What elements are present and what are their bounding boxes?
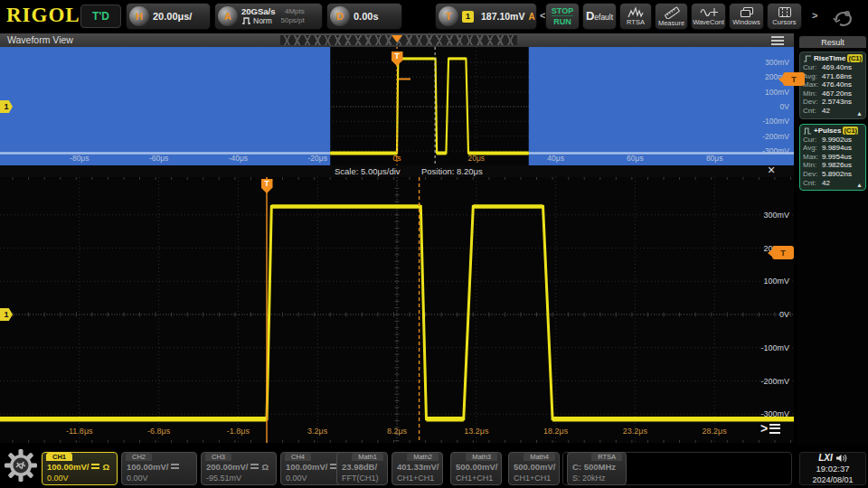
plot-menu-icon[interactable]: > [760, 422, 780, 435]
channel-box-ch2[interactable]: CH2100.00mV/0.00V [121, 452, 197, 485]
trigger-sweep-mode: A [528, 12, 534, 22]
ruler-icon [664, 6, 680, 19]
trigger-button[interactable]: T 1 187.10mV A [435, 3, 537, 30]
delay-button[interactable]: D 0.00s [326, 3, 402, 30]
a-knob-icon: A [218, 6, 238, 26]
measurement-icon [803, 127, 812, 135]
horizontal-timebase-button[interactable]: H 20.00μs/ [126, 3, 211, 30]
time-axis-label: -40μs [229, 154, 248, 163]
cursors-icon [778, 6, 792, 18]
trigger-status-badge: T'D [80, 5, 121, 28]
impedance-icon: Ω [261, 461, 269, 473]
masked-region [0, 47, 330, 165]
channel-box-ch3-offset: -95.51mV [206, 473, 271, 483]
windows-button[interactable]: Windows [729, 3, 764, 30]
trigger-source-badge: 1 [462, 11, 474, 23]
cursors-button[interactable]: Cursors [767, 3, 802, 30]
channel-box-ch2-tab: CH2 [126, 453, 152, 461]
channel-status-bar: CH1100.00mV/Ω0.00VCH2100.00mV/0.00VCH320… [0, 445, 868, 488]
wave-move-icon [700, 6, 718, 18]
math-box-math1[interactable]: Math123.98dB/FFT(CH1) [336, 452, 388, 485]
collapse-arrow-icon[interactable]: ▲ [856, 110, 863, 117]
measure-button[interactable]: Measure [655, 3, 688, 30]
math-box-math2-offset: CH1+CH1 [397, 473, 438, 483]
measurement-card-Pulses[interactable]: +Pulses(C1)Cur:9.9902usAvg:9.9894usMax:9… [799, 124, 866, 192]
trigger-position-indicator-icon[interactable] [392, 35, 402, 42]
collapse-arrow-icon[interactable]: ▲ [856, 182, 863, 188]
overview-waveform-plot[interactable]: -80μs-60μs-40μs-20μs0s20μs40μs60μs80μs30… [0, 47, 794, 165]
measurement-card-RiseTime[interactable]: RiseTime(C1)Cur:469.40nsAvg:471.68nsMax:… [799, 52, 866, 119]
measurement-row: Cnt:42 [803, 179, 863, 188]
channel-box-ch1-scale: 100.00mV/Ω [47, 461, 112, 473]
measurement-row: Dev:5.8902ns [803, 170, 863, 179]
acq-mode: Norm [253, 16, 272, 25]
d-knob-icon: D [330, 6, 350, 26]
view-menu-icon[interactable] [771, 36, 784, 45]
math-box-math4-tab: Math4 [524, 453, 555, 461]
time-axis-label: -60μs [149, 154, 168, 163]
cursors-label: Cursors [772, 19, 796, 26]
t-knob-icon: T [439, 6, 458, 26]
masked-region [529, 47, 794, 165]
stop-label: STOP [552, 6, 573, 16]
settings-gear-icon[interactable] [4, 448, 38, 483]
measurement-row: Avg:471.68ns [803, 72, 863, 81]
system-date: 2024/08/01 [812, 474, 853, 485]
time-axis-label: 18.2μs [543, 427, 569, 436]
screen-capture-icon[interactable] [825, 5, 861, 29]
measurement-row: Avg:9.9894us [803, 144, 863, 153]
dc-coupling-icon [91, 464, 99, 470]
math-box-math4[interactable]: Math4500.00mV/CH1+CH1 [508, 452, 560, 485]
wavecont-label: WaveCont [693, 19, 724, 26]
volt-axis-label: -100mV [760, 343, 789, 352]
volt-axis-label: -200mV [762, 132, 789, 141]
time-axis-label: 60μs [627, 154, 644, 163]
close-zoom-icon[interactable]: × [768, 163, 775, 177]
wavecont-button[interactable]: WaveCont [691, 3, 726, 30]
acquisition-button[interactable]: A 20GSa/s Norm 4Mpts 50ps/pt [214, 3, 323, 30]
time-axis-label: 20μs [467, 154, 485, 163]
trigger-level-tag[interactable]: T [783, 72, 805, 86]
rtsa-box[interactable]: RTSAC: 500MHzS: 20kHz [567, 452, 627, 485]
math-box-math3[interactable]: Math3500.00mV/CH1+CH1 [450, 452, 502, 485]
zoom-waveform-plot[interactable]: > -11.8μs-6.8μs-1.8μs3.2μs8.2μs13.2μs18.… [0, 177, 794, 443]
run-label: RUN [553, 17, 571, 26]
measurement-row: Dev:2.5743ns [803, 98, 863, 107]
volt-axis-label: -200mV [760, 377, 789, 386]
lxi-logo: LXI [818, 453, 833, 464]
default-button[interactable]: Default [582, 3, 617, 30]
trigger-level-tag[interactable]: T [772, 246, 794, 259]
zoom-svg: -11.8μs-6.8μs-1.8μs3.2μs8.2μs13.2μs18.2μ… [0, 177, 794, 443]
time-axis-label: -1.8μs [227, 427, 250, 436]
math-box-math2[interactable]: Math2401.33mV/CH1+CH1 [392, 452, 443, 485]
windows-icon [740, 6, 754, 18]
volt-axis-label: -100mV [762, 117, 789, 126]
square-wave-icon [241, 17, 251, 24]
rtsa-label: RTSA [627, 19, 645, 26]
toolbar-scroll-right[interactable]: > [812, 10, 817, 21]
measurement-row: Cnt:42 [803, 107, 863, 116]
rtsa-box-offset: S: 20kHz [572, 473, 621, 483]
measurement-row: Min:9.9826us [803, 161, 863, 170]
volt-axis-label: 100mV [765, 88, 789, 97]
oscilloscope-screen: RIGOL T'D H 20.00μs/ A 20GSa/s Norm 4Mpt… [0, 0, 868, 488]
time-axis-label: 23.2μs [623, 427, 648, 436]
sample-resolution: 50ps/pt [281, 16, 305, 25]
measurement-source-badge: (C1) [847, 54, 863, 62]
math-box-math4-scale: 500.00mV/ [514, 461, 554, 473]
volt-axis-label: -300mV [762, 146, 789, 155]
channel-box-ch2-scale: 100.00mV/ [127, 461, 192, 473]
volt-axis-label: 0V [780, 102, 790, 111]
stop-run-button[interactable]: STOP RUN [545, 3, 580, 30]
measurement-row: Min:467.20ns [803, 89, 863, 99]
rtsa-button[interactable]: RTSA [619, 3, 652, 30]
math-box-math3-offset: CH1+CH1 [456, 473, 496, 483]
dc-coupling-icon [171, 464, 179, 470]
math-box-math3-scale: 500.00mV/ [456, 461, 496, 473]
channel-box-ch1[interactable]: CH1100.00mV/Ω0.00V [42, 452, 118, 485]
math-box-math1-offset: FFT(CH1) [342, 473, 382, 483]
channel-box-ch3[interactable]: CH3200.00mV/Ω-95.51mV [201, 452, 277, 485]
zoom-scale-bar: Scale: 5.00μs/div Position: 8.20μs × [0, 165, 794, 177]
channel-box-ch3-tab: CH3 [205, 453, 231, 461]
h-knob-icon: H [129, 6, 149, 26]
